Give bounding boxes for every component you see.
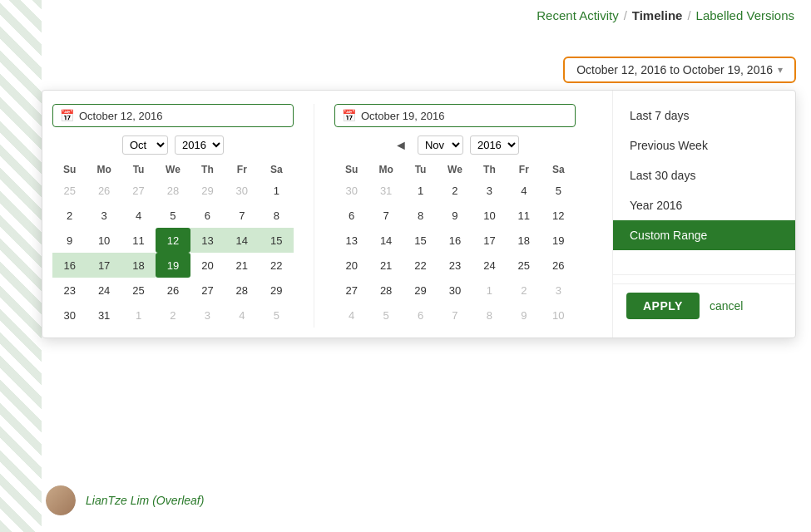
calendar-day[interactable]: 16 [52, 253, 87, 278]
calendar-day[interactable]: 10 [87, 228, 121, 253]
calendar-day[interactable]: 1 [260, 178, 294, 203]
calendar-day[interactable]: 21 [368, 253, 403, 278]
calendar-day[interactable]: 29 [260, 278, 294, 303]
recent-activity-link[interactable]: Recent Activity [537, 8, 618, 22]
calendar-day: 10 [541, 303, 576, 328]
calendar-day[interactable]: 3 [472, 178, 507, 203]
calendar-day[interactable]: 17 [472, 228, 507, 253]
quick-option-item[interactable]: Last 30 days [613, 160, 795, 190]
calendar-icon-2: 📅 [342, 109, 356, 122]
calendar-day[interactable]: 3 [87, 203, 121, 228]
calendar-day[interactable]: 18 [507, 228, 541, 253]
calendar-day[interactable]: 11 [507, 203, 541, 228]
calendar-day[interactable]: 24 [472, 253, 507, 278]
calendar-day[interactable]: 9 [52, 228, 87, 253]
calendar-day[interactable]: 12 [156, 228, 190, 253]
end-date-input[interactable] [361, 110, 568, 122]
calendar-day[interactable]: 14 [225, 228, 259, 253]
calendar-day[interactable]: 5 [156, 203, 190, 228]
start-date-input[interactable] [79, 110, 286, 122]
apply-button[interactable]: APPLY [626, 293, 700, 319]
calendar-day[interactable]: 31 [87, 303, 121, 328]
calendar-day[interactable]: 13 [334, 228, 368, 253]
calendar-day[interactable]: 30 [52, 303, 87, 328]
calendar-day[interactable]: 15 [403, 228, 438, 253]
calendar-week-row: 16171819202122 [52, 253, 294, 278]
calendar-day[interactable]: 14 [368, 228, 403, 253]
left-year-select[interactable]: 20142015201620172018 [175, 135, 224, 155]
calendar-day[interactable]: 2 [438, 178, 472, 203]
calendar-day[interactable]: 26 [156, 278, 190, 303]
calendar-day[interactable]: 10 [472, 203, 507, 228]
calendar-day[interactable]: 8 [260, 203, 294, 228]
user-name: LianTze Lim (Overleaf) [86, 494, 204, 507]
calendar-day[interactable]: 17 [87, 253, 121, 278]
calendar-day[interactable]: 6 [334, 203, 368, 228]
calendar-day[interactable]: 21 [225, 253, 259, 278]
calendar-day[interactable]: 4 [507, 178, 541, 203]
day-header: Th [190, 161, 225, 178]
calendar-day[interactable]: 11 [121, 228, 156, 253]
calendar-day[interactable]: 27 [334, 278, 368, 303]
left-decorative-pattern [0, 0, 42, 532]
calendar-day[interactable]: 13 [190, 228, 225, 253]
calendar-day[interactable]: 19 [156, 253, 190, 278]
calendar-day[interactable]: 26 [541, 253, 576, 278]
calendar-day[interactable]: 22 [260, 253, 294, 278]
timeline-link[interactable]: Timeline [632, 8, 683, 22]
quick-option-item[interactable]: Last 7 days [613, 101, 795, 131]
left-month-select[interactable]: JanFebMarAprMayJunJulAugSepOctNovDec [122, 135, 168, 155]
calendar-day: 28 [156, 178, 190, 203]
calendar-day[interactable]: 7 [225, 203, 259, 228]
calendar-day[interactable]: 27 [190, 278, 225, 303]
calendar-day[interactable]: 7 [368, 203, 403, 228]
calendar-day[interactable]: 4 [121, 203, 156, 228]
calendar-week-row: 45678910 [334, 303, 576, 328]
calendar-day[interactable]: 18 [121, 253, 156, 278]
nav-sep-2: / [687, 8, 690, 22]
calendar-day: 4 [225, 303, 259, 328]
calendar-day[interactable]: 23 [52, 278, 87, 303]
calendar-day: 4 [334, 303, 368, 328]
calendar-day[interactable]: 24 [87, 278, 121, 303]
calendar-day[interactable]: 28 [368, 278, 403, 303]
calendar-day[interactable]: 2 [52, 203, 87, 228]
calendar-day[interactable]: 20 [190, 253, 225, 278]
calendar-day[interactable]: 20 [334, 253, 368, 278]
labelled-versions-link[interactable]: Labelled Versions [696, 8, 794, 22]
calendar-day: 1 [472, 278, 507, 303]
prev-month-arrow[interactable]: ◄ [391, 136, 411, 155]
calendar-day[interactable]: 23 [438, 253, 472, 278]
calendar-day[interactable]: 6 [190, 203, 225, 228]
calendar-day[interactable]: 8 [403, 203, 438, 228]
calendar-day: 8 [472, 303, 507, 328]
top-nav: Recent Activity / Timeline / Labelled Ve… [537, 8, 794, 22]
quick-option-item[interactable]: Custom Range [613, 220, 795, 250]
calendar-day[interactable]: 29 [403, 278, 438, 303]
calendar-day[interactable]: 19 [541, 228, 576, 253]
date-range-button[interactable]: October 12, 2016 to October 19, 2016 ▾ [563, 57, 796, 83]
calendar-day: 30 [334, 178, 368, 203]
calendar-day[interactable]: 12 [541, 203, 576, 228]
calendar-day[interactable]: 30 [438, 278, 472, 303]
calendar-day[interactable]: 28 [225, 278, 259, 303]
quick-select-panel: Last 7 daysPrevious WeekLast 30 daysYear… [612, 91, 795, 337]
calendar-week-row: 303112345 [334, 178, 576, 203]
right-month-select[interactable]: JanFebMarAprMayJunJulAugSepOctNovDec [418, 135, 463, 155]
calendar-day[interactable]: 16 [438, 228, 472, 253]
cancel-button[interactable]: cancel [710, 299, 743, 313]
right-year-select[interactable]: 20142015201620172018 [470, 135, 519, 155]
start-date-input-wrapper: 📅 [52, 104, 294, 127]
calendar-day[interactable]: 15 [260, 228, 294, 253]
calendar-day[interactable]: 22 [403, 253, 438, 278]
day-header: We [438, 161, 472, 178]
calendar-day[interactable]: 25 [121, 278, 156, 303]
calendar-day[interactable]: 5 [541, 178, 576, 203]
quick-option-item[interactable]: Year 2016 [613, 190, 795, 220]
quick-option-item[interactable]: Previous Week [613, 131, 795, 160]
calendar-day[interactable]: 25 [507, 253, 541, 278]
left-cal-grid: SuMoTuWeThFrSa 2526272829301234567891011… [52, 161, 294, 328]
calendar-day[interactable]: 1 [403, 178, 438, 203]
calendar-day[interactable]: 9 [438, 203, 472, 228]
right-cal-grid: SuMoTuWeThFrSa 3031123456789101112131415… [334, 161, 576, 328]
